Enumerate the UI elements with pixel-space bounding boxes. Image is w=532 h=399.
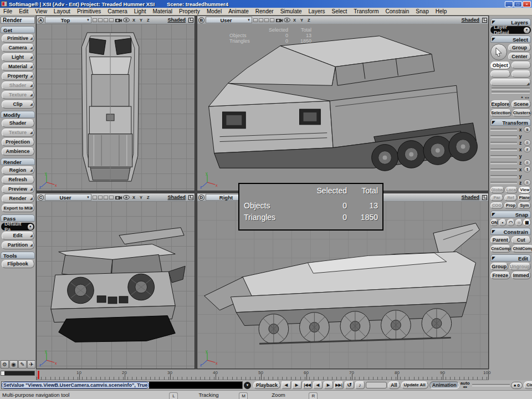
- object-filter-button[interactable]: Object: [490, 62, 510, 69]
- viewport-a-canvas[interactable]: y x z: [37, 24, 195, 191]
- menu-file[interactable]: File: [0, 8, 16, 14]
- update-all-button[interactable]: Update All: [401, 381, 428, 389]
- clusters-button[interactable]: Clusters: [513, 109, 531, 117]
- scale-y-slider[interactable]: [490, 135, 517, 137]
- partition-button[interactable]: Partition◢: [2, 241, 34, 249]
- first-frame-button[interactable]: |◀◀: [303, 381, 312, 389]
- viewport-a-display-menu[interactable]: Shaded: [167, 17, 186, 23]
- camera-icon[interactable]: [115, 195, 122, 200]
- viewport-a-view-menu[interactable]: Top▼: [45, 17, 91, 23]
- all-button[interactable]: All: [388, 381, 400, 389]
- eye-icon[interactable]: [123, 18, 130, 22]
- group-button[interactable]: Group: [490, 263, 508, 270]
- viewport-a-letter[interactable]: A: [38, 17, 44, 23]
- right-arrow-icon[interactable]: ▸: [466, 385, 467, 388]
- menu-help[interactable]: Help: [432, 8, 451, 14]
- cnscomp-button[interactable]: CnsComp: [490, 245, 511, 253]
- menu-select[interactable]: Select: [329, 8, 351, 14]
- menu-constrain[interactable]: Constrain: [382, 8, 413, 14]
- menu-edit[interactable]: Edit: [16, 8, 32, 14]
- selection-slider[interactable]: [492, 88, 530, 90]
- maximize-viewport-icon[interactable]: [188, 18, 193, 23]
- snap-point-icon[interactable]: •: [499, 219, 507, 226]
- camera-icon[interactable]: [275, 18, 283, 23]
- camera-icon[interactable]: [115, 18, 122, 23]
- rotate-tool-button[interactable]: r: [524, 146, 531, 152]
- scale-tool-button[interactable]: s: [524, 126, 531, 132]
- playback-slider[interactable]: [472, 384, 510, 386]
- gear-icon[interactable]: ⚙: [1, 360, 9, 369]
- memo-cam-slot[interactable]: [109, 196, 114, 200]
- menu-animate[interactable]: Animate: [225, 8, 252, 14]
- translate-tool-button[interactable]: t: [524, 166, 531, 172]
- viewport-c-canvas[interactable]: y x z: [37, 201, 195, 369]
- axis-lock-toggles[interactable]: X Y Z: [132, 195, 151, 200]
- memo-cam-slot[interactable]: [98, 18, 103, 22]
- filter-slot-button[interactable]: [511, 62, 531, 69]
- translate-y-slider[interactable]: [490, 175, 517, 177]
- plane-icon[interactable]: ✈: [27, 360, 35, 369]
- viewport-b-display-menu[interactable]: Shaded: [461, 17, 479, 23]
- menu-primitives[interactable]: Primitives: [74, 8, 104, 14]
- memo-cam-slot[interactable]: [264, 18, 269, 22]
- maximize-viewport-icon[interactable]: [482, 195, 487, 200]
- edit-pass-button[interactable]: Edit◢: [2, 232, 34, 240]
- rotate-x-slider[interactable]: [490, 149, 517, 151]
- filter-slot-button[interactable]: [490, 70, 510, 78]
- menu-view[interactable]: View: [32, 8, 50, 14]
- primitive-button[interactable]: Primitive◢: [2, 34, 34, 43]
- snap-object-icon[interactable]: ○: [515, 219, 523, 226]
- memo-cam-slot[interactable]: [109, 18, 114, 22]
- frame-forward-button[interactable]: ▶: [292, 381, 301, 389]
- menu-render[interactable]: Render: [252, 8, 277, 14]
- scene-button[interactable]: Scene: [511, 100, 531, 108]
- memo-cam-slot[interactable]: [259, 18, 263, 22]
- dropdown-arrow-icon[interactable]: ▼: [524, 27, 530, 33]
- right-arrow-icon[interactable]: ▸: [528, 95, 529, 99]
- memo-cam-slot[interactable]: [270, 18, 274, 22]
- frame-back-button[interactable]: ◀: [282, 381, 291, 389]
- render-button[interactable]: Render◢: [2, 195, 34, 203]
- axis-lock-toggles[interactable]: X Y Z: [132, 18, 151, 23]
- pen-icon[interactable]: ✎: [18, 360, 27, 369]
- command-history-dropdown[interactable]: ▼: [244, 382, 251, 389]
- eye-icon[interactable]: [123, 195, 130, 200]
- menu-snap[interactable]: Snap: [412, 8, 432, 14]
- axis-lock-toggles[interactable]: X Y Z: [293, 18, 311, 23]
- viewport-b-canvas[interactable]: SelectedTotal Objects013 Triangles01850: [197, 24, 488, 191]
- viewport-b[interactable]: B User▼ X Y Z Shaded SelectedTotal Objec…: [197, 16, 489, 191]
- translate-z-slider[interactable]: [490, 182, 517, 184]
- parent-button[interactable]: Parent: [490, 236, 510, 244]
- ambience-button[interactable]: Ambience: [2, 147, 34, 156]
- snap-grid-icon[interactable]: ▦: [523, 219, 531, 226]
- selection-button[interactable]: Selection: [490, 109, 511, 117]
- cut-button[interactable]: Cut: [511, 236, 531, 244]
- memo-cam-slot[interactable]: [93, 196, 97, 200]
- viewport-d-display-menu[interactable]: Shaded: [461, 195, 479, 200]
- viewport-a[interactable]: A Top▼ X Y Z Shaded: [36, 16, 195, 191]
- property-button[interactable]: Property◢: [2, 72, 34, 80]
- group-filter-button[interactable]: Group: [508, 44, 531, 52]
- menu-material[interactable]: Material: [150, 8, 176, 14]
- memo-cam-slot[interactable]: [253, 18, 258, 22]
- light-button[interactable]: Light◢: [2, 53, 34, 62]
- snap-curve-icon[interactable]: ◠: [507, 219, 515, 226]
- menu-transform[interactable]: Transform: [350, 8, 382, 14]
- maximize-viewport-icon[interactable]: [188, 195, 193, 200]
- chldcomp-button[interactable]: ChldComp: [512, 245, 532, 253]
- view-mode-button[interactable]: View: [519, 187, 531, 193]
- up-arrow-icon[interactable]: ▲: [520, 95, 524, 99]
- sphere-icon[interactable]: ◉: [9, 360, 18, 369]
- rotate-options-icon[interactable]: ≡: [524, 160, 531, 166]
- prop-button[interactable]: Prop: [504, 202, 517, 209]
- app-icon[interactable]: [1, 1, 7, 7]
- plane-mode-button[interactable]: Plane: [518, 195, 531, 201]
- projection-button[interactable]: Projection: [2, 138, 34, 146]
- menu-property[interactable]: Property: [176, 8, 203, 14]
- filter-menu-button[interactable]: ◢: [490, 79, 531, 86]
- frame-indicator[interactable]: ●0: [511, 382, 523, 389]
- viewport-c[interactable]: C User▼ X Y Z Shaded: [36, 193, 195, 369]
- left-arrow-icon[interactable]: ◂: [463, 385, 464, 388]
- viewport-b-letter[interactable]: B: [198, 17, 204, 23]
- memo-cam-slot[interactable]: [104, 18, 108, 22]
